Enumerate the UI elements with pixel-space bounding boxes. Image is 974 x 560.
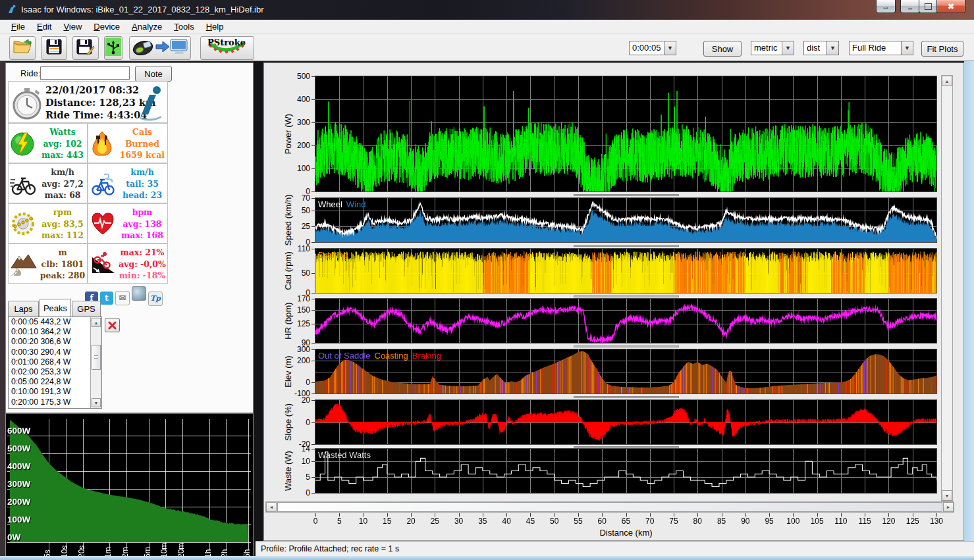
peaks-scroll-thumb[interactable] <box>92 345 101 370</box>
peak-row[interactable]: 0:02:00 253,3 W <box>9 367 101 377</box>
stat-line: avg: 102 <box>38 138 88 150</box>
tab-gps[interactable]: GPS <box>72 301 101 317</box>
scroll-down-icon[interactable]: ▼ <box>942 490 952 501</box>
plot-splitter[interactable] <box>574 194 679 196</box>
ytick-mark <box>311 400 315 401</box>
plots-panel: Power (W)0100200300400500Speed (km/h)025… <box>263 63 964 541</box>
range-select[interactable]: Full Ride▼ <box>849 41 913 55</box>
plot-splitter[interactable] <box>574 245 679 247</box>
tab-peaks[interactable]: Peaks <box>40 299 71 317</box>
download-from-device-button[interactable] <box>129 36 191 60</box>
units-select[interactable]: metric▼ <box>751 41 794 55</box>
minimize-button[interactable]: – <box>900 0 920 13</box>
menu-item-tools[interactable]: Tools <box>168 20 200 33</box>
stopwatch-icon <box>10 84 44 124</box>
ytick-label: 10 <box>288 457 310 465</box>
xtick-label: 75 <box>663 517 685 526</box>
ytick-label: 50 <box>288 269 310 277</box>
plot-waste[interactable] <box>315 448 937 494</box>
plots-v-scrollbar[interactable]: ▲▼ <box>941 75 953 501</box>
save-button[interactable] <box>41 36 67 60</box>
ytick-mark <box>311 76 315 77</box>
peak-row[interactable]: 0:01:00 268,4 W <box>9 357 101 367</box>
menu-item-edit[interactable]: Edit <box>31 20 57 33</box>
peaks-scrollbar[interactable]: ▲▼ <box>90 317 101 408</box>
xtick-label: 85 <box>711 517 733 526</box>
close-button[interactable]: ✖ <box>936 0 965 13</box>
show-button[interactable]: Show <box>703 41 742 57</box>
xtick-label: 65 <box>615 517 637 526</box>
close-icon: ✖ <box>948 3 954 11</box>
peak-row[interactable]: 0:05:00 224,8 W <box>9 377 101 387</box>
stat-cell-wind-speed: km/htail: 35head: 23 <box>88 163 168 203</box>
ytick-mark <box>311 382 315 383</box>
chevron-down-icon[interactable]: ▼ <box>826 41 838 55</box>
plot-ylabel-waste: Waste (W) <box>283 431 293 510</box>
fit-plots-button[interactable]: Fit Plots <box>921 41 963 57</box>
ytick-mark <box>311 444 315 445</box>
menu-item-analyze[interactable]: Analyze <box>126 20 168 33</box>
note-button[interactable]: Note <box>135 66 172 82</box>
scroll-left-icon[interactable]: ◄ <box>266 502 277 512</box>
xtick-label: 10 <box>352 517 375 526</box>
resize-arrows-button[interactable]: ↔ <box>876 0 896 13</box>
plot-speed[interactable] <box>315 197 937 243</box>
slope-icon <box>90 251 116 280</box>
chevron-down-icon[interactable]: ▼ <box>664 41 676 55</box>
menu-item-file[interactable]: File <box>5 20 31 33</box>
peak-row[interactable]: 0:00:20 306,6 W <box>9 337 101 347</box>
menu-item-help[interactable]: Help <box>200 20 230 33</box>
ytick-mark <box>311 299 315 299</box>
window-title: Isaac for Windows: iBike_01_22_2017_0832… <box>21 5 264 14</box>
plot-splitter[interactable] <box>574 295 679 297</box>
delete-peak-button[interactable] <box>105 318 120 332</box>
scroll-up-icon[interactable]: ▲ <box>92 318 101 327</box>
ytick-mark <box>311 198 315 199</box>
scroll-up-icon[interactable]: ▲ <box>942 76 952 86</box>
peak-row[interactable]: 0:10:00 191,3 W <box>9 387 101 397</box>
menu-item-device[interactable]: Device <box>88 20 126 33</box>
ytick-mark <box>311 273 315 274</box>
chevron-down-icon[interactable]: ▼ <box>782 41 794 55</box>
menu-item-view[interactable]: View <box>57 20 88 33</box>
ride-name-input[interactable] <box>40 66 130 80</box>
scroll-down-icon[interactable]: ▼ <box>92 398 101 407</box>
plot-legend-cadence: Drafting <box>318 250 352 260</box>
maximize-button[interactable] <box>919 0 938 13</box>
title-bar[interactable]: Isaac for Windows: iBike_01_22_2017_0832… <box>0 0 974 20</box>
ytick-label: 0 <box>288 419 310 426</box>
tab-laps[interactable]: Laps <box>8 301 39 317</box>
peak-row[interactable]: 0:20:00 175,3 W <box>9 397 101 407</box>
plots-h-scrollbar[interactable]: ◄► <box>265 501 954 513</box>
ytick-mark <box>311 349 315 350</box>
peak-time-select[interactable]: 0:00:05▼ <box>629 41 676 55</box>
pd-ytick-label: 100W <box>7 515 30 524</box>
peak-row[interactable]: 0:00:30 290,4 W <box>9 347 101 357</box>
stat-text: km/havg: 27,2max: 68 <box>38 166 88 201</box>
ride-summary-panel: Ride: Note 22/01/2017 08:32 Distance: 12… <box>5 63 254 556</box>
pstroke-button[interactable]: PStroke <box>200 36 254 60</box>
wind-speed-icon <box>90 170 116 199</box>
plot-legend-waste: Wasted Watts <box>318 450 375 460</box>
peaks-list[interactable]: 0:00:05 443,2 W0:00:10 364,2 W0:00:20 30… <box>8 317 102 409</box>
plot-hr[interactable] <box>315 298 937 344</box>
h-scroll-thumb[interactable] <box>277 502 942 512</box>
window-bottom-border <box>0 556 974 560</box>
peak-power-chart[interactable]: 600W500W400W300W200W100W0W5s10s20s1m2m5m… <box>6 413 253 557</box>
xmode-select[interactable]: dist▼ <box>803 41 839 55</box>
plot-slope[interactable] <box>315 399 937 445</box>
plot-power[interactable] <box>315 76 937 192</box>
peak-row[interactable]: 0:00:05 443,2 W <box>9 317 101 327</box>
plot-cadence[interactable] <box>315 248 937 293</box>
stat-line: m <box>38 247 88 259</box>
peak-row[interactable]: 0:00:10 364,2 W <box>9 327 101 337</box>
save-as-button[interactable] <box>72 36 99 60</box>
earth-icon[interactable] <box>132 286 146 301</box>
open-file-button[interactable] <box>9 36 36 60</box>
plot-splitter[interactable] <box>574 396 679 398</box>
xtick-label: 90 <box>734 517 757 526</box>
scroll-right-icon[interactable]: ► <box>943 502 954 512</box>
chevron-down-icon[interactable]: ▼ <box>901 41 913 55</box>
plot-splitter[interactable] <box>574 345 679 347</box>
usb-button[interactable] <box>104 36 122 60</box>
